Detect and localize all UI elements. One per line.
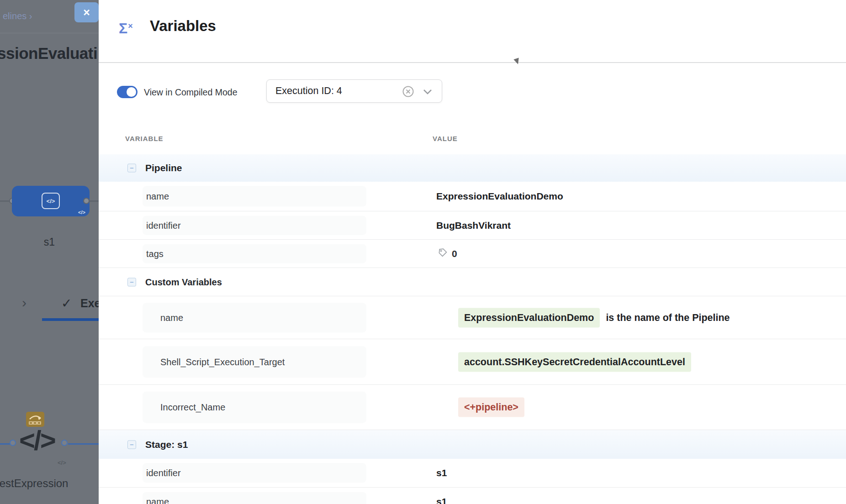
- variable-name: name: [146, 496, 169, 504]
- compiled-mode-label: View in Compiled Mode: [144, 87, 238, 98]
- header-divider-backdrop: [0, 33, 99, 33]
- stage-node-label: s1: [0, 236, 99, 248]
- table-row: identifierBugBashVikrant: [99, 211, 846, 239]
- table-row: identifiers1: [99, 459, 846, 487]
- stage-edge-left: [0, 200, 10, 202]
- mouse-cursor: [513, 58, 520, 65]
- row-label-pill: [143, 186, 366, 207]
- table-row: −Custom Variables: [99, 268, 846, 296]
- compiled-mode-toggle[interactable]: [117, 86, 137, 98]
- section-label: Pipeline: [145, 163, 182, 173]
- row-label-pill: [143, 244, 366, 263]
- checkmark-icon: ✓: [61, 296, 72, 311]
- variable-value: s1: [436, 496, 447, 504]
- collapse-icon[interactable]: −: [127, 164, 136, 173]
- tag-icon: [437, 247, 448, 260]
- section-label: Custom Variables: [145, 277, 222, 287]
- chevron-right-icon: ›: [22, 295, 26, 310]
- variable-name: Incorrect_Name: [160, 402, 225, 413]
- execution-id-value: Execution ID: 4: [275, 85, 342, 97]
- panel-header-divider: [99, 62, 846, 63]
- stage-port-right: [83, 198, 90, 204]
- row-label-pill: [143, 492, 366, 504]
- variable-value: ExpressionEvaluationDemois the name of t…: [458, 308, 730, 327]
- execution-id-select[interactable]: Execution ID: 4: [266, 79, 442, 103]
- tag-count: 0: [452, 248, 457, 259]
- sigma-x-icon: Σ×: [119, 20, 133, 37]
- table-row: −Stage: s1: [99, 430, 846, 459]
- variable-name: identifier: [146, 220, 181, 231]
- variable-value: ExpressionEvaluationDemo: [436, 191, 563, 202]
- code-badge-icon: </>: [58, 459, 66, 466]
- chevron-down-icon[interactable]: [423, 89, 433, 97]
- variable-name: tags: [146, 248, 164, 259]
- table-row: tags0: [99, 239, 846, 268]
- step-port-left: [10, 440, 16, 446]
- dimmed-pipeline-canvas: elines › ssionEvaluati </> </> s1 › ✓ Ex…: [0, 0, 99, 504]
- table-row: −Pipeline: [99, 154, 846, 182]
- step-node-label: testExpression: [0, 477, 68, 490]
- stage-node-s1: </> </>: [12, 186, 90, 216]
- tab-execution-truncated: Exe: [80, 297, 99, 310]
- collapse-icon[interactable]: −: [127, 278, 136, 286]
- column-header-variable: VARIABLE: [125, 135, 164, 142]
- stage-edge-right: [90, 200, 99, 202]
- value-chip: <+pipeline>: [458, 398, 524, 417]
- toggle-knob: [127, 87, 136, 97]
- value-chip: ExpressionEvaluationDemo: [458, 308, 600, 327]
- shell-script-step-icon: </>: [19, 425, 55, 456]
- table-row: nameExpressionEvaluationDemois the name …: [99, 296, 846, 339]
- step-edge-left: [0, 443, 10, 445]
- table-row: names1: [99, 487, 846, 504]
- variables-panel: Σ× Variables View in Compiled Mode Execu…: [99, 0, 846, 504]
- variable-name: name: [160, 312, 183, 323]
- clear-selection-icon[interactable]: [402, 85, 414, 100]
- table-row: Incorrect_Name<+pipeline>: [99, 384, 846, 430]
- step-edge-right: [68, 443, 99, 445]
- variable-name: name: [146, 191, 169, 202]
- variable-name: Shell_Script_Execution_Target: [160, 357, 285, 367]
- pipeline-title-truncated: ssionEvaluati: [0, 44, 97, 63]
- breadcrumb: elines ›: [3, 11, 32, 21]
- panel-title: Variables: [150, 17, 216, 35]
- collapse-icon[interactable]: −: [127, 440, 136, 449]
- section-label: Stage: s1: [145, 439, 188, 450]
- value-suffix: is the name of the Pipeline: [606, 312, 730, 323]
- code-badge-icon: </>: [78, 210, 85, 215]
- table-row: nameExpressionEvaluationDemo: [99, 182, 846, 211]
- tags-value: 0: [437, 247, 457, 260]
- close-drawer-button[interactable]: ×: [74, 2, 99, 22]
- column-header-value: VALUE: [433, 135, 458, 142]
- variable-value: BugBashVikrant: [436, 220, 511, 231]
- value-chip: account.SSHKeySecretCredentialAccountLev…: [458, 352, 691, 372]
- step-port-right: [61, 440, 68, 446]
- variable-value: account.SSHKeySecretCredentialAccountLev…: [458, 352, 691, 372]
- active-tab-underline: [42, 318, 99, 321]
- variable-value: <+pipeline>: [458, 398, 524, 417]
- table-row: Shell_Script_Execution_Targetaccount.SSH…: [99, 339, 846, 384]
- variable-name: identifier: [146, 468, 181, 478]
- custom-stage-icon: </>: [42, 193, 60, 209]
- variable-value: s1: [436, 467, 447, 478]
- close-icon: ×: [83, 6, 90, 19]
